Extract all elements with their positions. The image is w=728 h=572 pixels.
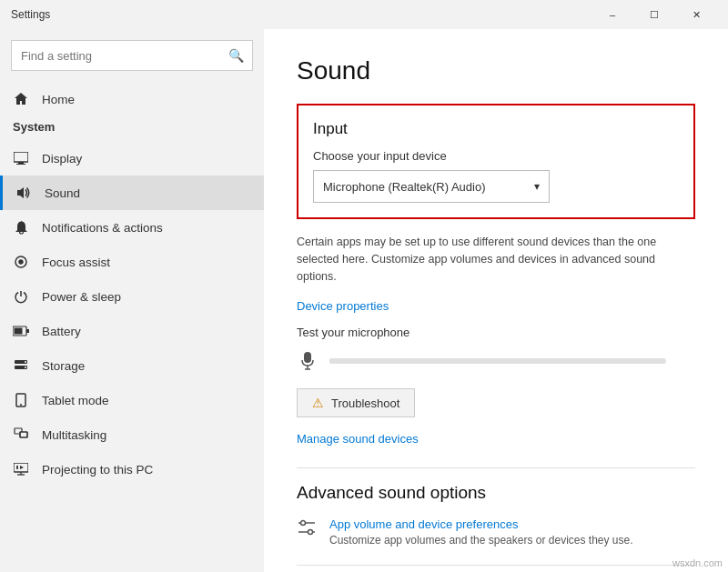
sidebar-item-battery[interactable]: Battery	[0, 314, 264, 348]
app-volume-desc: Customize app volumes and the speakers o…	[329, 534, 633, 547]
choose-label: Choose your input device	[313, 149, 679, 163]
dropdown-value: Microphone (Realtek(R) Audio)	[323, 180, 485, 194]
projecting-icon	[13, 461, 29, 477]
titlebar: Settings – ☐ ✕	[0, 0, 728, 29]
sliders-icon	[297, 519, 317, 540]
info-text: Certain apps may be set up to use differ…	[297, 234, 695, 285]
svg-point-27	[301, 521, 306, 526]
sidebar-item-home[interactable]: Home	[0, 82, 264, 116]
app-body: 🔍 Home System Display	[0, 29, 728, 572]
svg-point-14	[20, 404, 22, 406]
maximize-button[interactable]: ☐	[633, 0, 675, 29]
troubleshoot-button[interactable]: ⚠ Troubleshoot	[297, 388, 415, 417]
svg-point-12	[25, 366, 26, 368]
svg-point-11	[25, 361, 26, 363]
titlebar-title: Settings	[11, 8, 592, 21]
multitasking-icon	[13, 426, 29, 443]
notifications-icon	[13, 219, 29, 236]
svg-rect-0	[14, 152, 28, 162]
sidebar-item-label: Tablet mode	[42, 394, 109, 407]
input-section: Input Choose your input device Microphon…	[297, 104, 695, 219]
titlebar-controls: – ☐ ✕	[592, 0, 717, 29]
sidebar-item-label: Power & sleep	[42, 290, 121, 304]
sidebar-item-label: Home	[42, 93, 75, 106]
input-device-dropdown[interactable]: Microphone (Realtek(R) Audio) ▾	[313, 170, 550, 203]
svg-point-5	[19, 260, 23, 264]
watermark: wsxdn.com	[672, 557, 723, 568]
svg-rect-8	[15, 328, 23, 335]
sidebar-item-label: Multitasking	[42, 428, 106, 442]
advanced-section-title: Advanced sound options	[297, 483, 695, 503]
divider-2	[297, 565, 695, 566]
sidebar-item-tablet[interactable]: Tablet mode	[0, 383, 264, 417]
svg-marker-3	[17, 187, 24, 198]
mic-progress-fill	[329, 358, 380, 364]
sound-icon	[15, 185, 32, 201]
sidebar-item-label: Focus assist	[42, 256, 110, 269]
svg-marker-22	[20, 466, 24, 469]
sidebar-item-power[interactable]: Power & sleep	[0, 279, 264, 314]
sidebar-item-label: Sound	[45, 186, 80, 200]
system-section-label: System	[0, 116, 264, 141]
sidebar-item-label: Projecting to this PC	[42, 463, 153, 477]
sidebar-item-multitasking[interactable]: Multitasking	[0, 417, 264, 452]
svg-rect-7	[26, 329, 29, 333]
sidebar-item-notifications[interactable]: Notifications & actions	[0, 210, 264, 245]
svg-rect-16	[20, 432, 27, 437]
sidebar-item-label: Storage	[42, 359, 85, 373]
sidebar-item-label: Display	[42, 152, 82, 166]
minimize-button[interactable]: –	[592, 0, 633, 29]
test-microphone-label: Test your microphone	[297, 326, 695, 339]
focus-icon	[13, 254, 29, 270]
page-title: Sound	[297, 56, 695, 85]
chevron-down-icon: ▾	[534, 180, 540, 193]
app-volume-option: App volume and device preferences Custom…	[297, 517, 695, 547]
app-volume-text: App volume and device preferences Custom…	[329, 517, 633, 547]
search-input[interactable]	[11, 40, 253, 71]
content-area: Sound Input Choose your input device Mic…	[264, 29, 728, 572]
sidebar-item-projecting[interactable]: Projecting to this PC	[0, 452, 264, 487]
display-icon	[13, 150, 29, 166]
svg-rect-1	[18, 162, 24, 164]
device-properties-link[interactable]: Device properties	[297, 299, 389, 313]
search-icon: 🔍	[228, 48, 244, 63]
sidebar-item-storage[interactable]: Storage	[0, 348, 264, 383]
sidebar: 🔍 Home System Display	[0, 29, 264, 572]
mic-progress-bar	[329, 358, 666, 364]
sidebar-item-display[interactable]: Display	[0, 141, 264, 176]
divider	[297, 467, 695, 468]
svg-rect-23	[304, 352, 311, 363]
svg-point-29	[308, 530, 313, 535]
manage-sound-link[interactable]: Manage sound devices	[297, 432, 419, 446]
battery-icon	[13, 323, 29, 339]
troubleshoot-label: Troubleshoot	[331, 396, 399, 410]
sidebar-item-sound[interactable]: Sound	[0, 176, 264, 210]
close-button[interactable]: ✕	[675, 0, 717, 29]
power-icon	[13, 288, 29, 305]
warning-icon: ⚠	[312, 396, 324, 410]
svg-rect-2	[16, 164, 25, 165]
sidebar-item-focus[interactable]: Focus assist	[0, 245, 264, 279]
sidebar-search: 🔍	[11, 40, 253, 71]
app-volume-title[interactable]: App volume and device preferences	[329, 517, 633, 531]
input-heading: Input	[313, 120, 679, 138]
sidebar-item-label: Notifications & actions	[42, 221, 163, 235]
microphone-icon	[297, 348, 318, 374]
storage-icon	[13, 357, 29, 374]
mic-bar-row	[297, 348, 695, 374]
home-icon	[13, 91, 29, 107]
tablet-icon	[13, 392, 29, 408]
sidebar-item-label: Battery	[42, 325, 81, 338]
